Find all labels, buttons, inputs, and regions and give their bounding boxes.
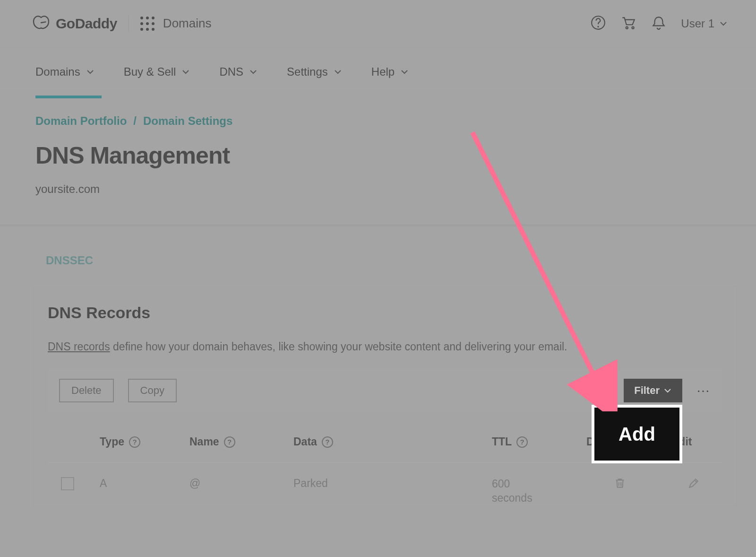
help-icon[interactable]: ? xyxy=(516,436,528,448)
delete-button[interactable]: Delete xyxy=(59,379,114,402)
nav-item-settings[interactable]: Settings xyxy=(287,65,342,97)
page-head: Domain Portfolio / Domain Settings DNS M… xyxy=(0,90,756,226)
dns-records-link[interactable]: DNS records xyxy=(48,340,110,353)
topbar: GoDaddy Domains User 1 xyxy=(0,0,756,47)
more-icon[interactable]: ⋯ xyxy=(696,383,711,399)
cell-type: A xyxy=(100,477,189,490)
nav-item-help[interactable]: Help xyxy=(371,65,409,97)
domain-name: yoursite.com xyxy=(35,183,721,196)
chevron-down-icon xyxy=(249,68,258,76)
row-edit-icon[interactable] xyxy=(687,477,728,492)
chevron-down-icon xyxy=(400,68,409,76)
row-checkbox[interactable] xyxy=(61,477,74,490)
cart-icon[interactable] xyxy=(620,15,636,33)
add-button[interactable]: Add xyxy=(594,408,679,461)
chevron-down-icon xyxy=(334,68,342,76)
user-label: User 1 xyxy=(681,17,714,30)
main-nav: Domains Buy & Sell DNS Settings Help xyxy=(0,47,756,90)
divider xyxy=(129,16,129,32)
th-ttl: TTL? xyxy=(492,435,586,448)
svg-point-2 xyxy=(626,26,628,28)
card-title: DNS Records xyxy=(48,304,722,322)
svg-point-3 xyxy=(632,26,634,28)
brand[interactable]: GoDaddy xyxy=(32,14,117,34)
chevron-down-icon xyxy=(719,19,728,28)
card-desc: DNS records define how your domain behav… xyxy=(48,339,722,354)
cell-name: @ xyxy=(189,477,293,490)
copy-button[interactable]: Copy xyxy=(128,379,177,402)
breadcrumb-sep: / xyxy=(133,114,137,128)
cell-ttl: 600 seconds xyxy=(492,477,586,505)
app-switcher[interactable]: Domains xyxy=(140,16,212,31)
th-data: Data? xyxy=(293,435,492,448)
add-button-highlight: Add xyxy=(592,405,682,463)
tab-dnssec[interactable]: DNSSEC xyxy=(35,254,721,267)
brand-name: GoDaddy xyxy=(56,16,117,32)
table-row: A @ Parked 600 seconds xyxy=(48,463,722,505)
breadcrumb-portfolio[interactable]: Domain Portfolio xyxy=(35,114,127,128)
dns-records-card: DNS Records DNS records define how your … xyxy=(33,286,737,506)
chevron-down-icon xyxy=(181,68,190,76)
row-delete-icon[interactable] xyxy=(614,477,671,492)
bell-icon[interactable] xyxy=(651,15,667,33)
cell-data: Parked xyxy=(293,477,492,490)
card-desc-rest: define how your domain behaves, like sho… xyxy=(110,340,567,353)
breadcrumb-settings[interactable]: Domain Settings xyxy=(143,114,232,128)
nav-item-dns[interactable]: DNS xyxy=(219,65,258,97)
nav-item-domains[interactable]: Domains xyxy=(35,65,94,97)
help-icon[interactable]: ? xyxy=(129,436,140,448)
godaddy-logo-icon xyxy=(32,14,50,34)
page-title: DNS Management xyxy=(35,142,721,169)
help-icon[interactable] xyxy=(590,15,606,33)
filter-button[interactable]: Filter xyxy=(624,379,682,402)
app-label: Domains xyxy=(163,16,212,31)
help-icon[interactable]: ? xyxy=(322,436,333,448)
apps-grid-icon xyxy=(140,17,155,31)
tabs-area: DNSSEC xyxy=(0,226,756,267)
th-name: Name? xyxy=(189,435,293,448)
help-icon[interactable]: ? xyxy=(224,436,235,448)
topbar-right: User 1 xyxy=(590,15,728,33)
th-type: Type? xyxy=(100,435,189,448)
chevron-down-icon xyxy=(86,68,94,76)
svg-point-1 xyxy=(598,26,599,26)
user-menu[interactable]: User 1 xyxy=(681,17,728,30)
chevron-down-icon xyxy=(663,386,672,395)
breadcrumb: Domain Portfolio / Domain Settings xyxy=(35,114,721,128)
nav-item-buy-sell[interactable]: Buy & Sell xyxy=(124,65,190,97)
